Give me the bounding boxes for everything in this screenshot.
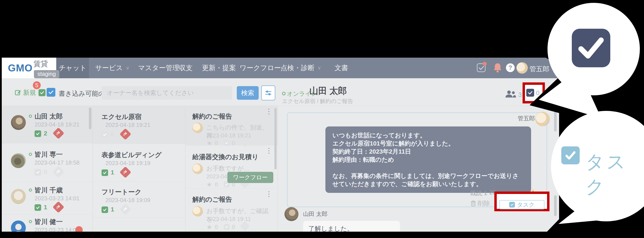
forward-icon bbox=[52, 166, 64, 178]
sender-name: 管五郎 bbox=[518, 115, 535, 122]
conversation-title: 山田 太郎 bbox=[310, 85, 347, 97]
member-count: 3 bbox=[518, 91, 522, 98]
scrollbar-thumb[interactable] bbox=[554, 111, 557, 131]
scrollbar-thumb[interactable] bbox=[89, 107, 92, 129]
task-check-icon bbox=[34, 169, 41, 175]
forward-icon bbox=[120, 166, 131, 178]
topic-menu-icon[interactable]: ⋮ bbox=[266, 149, 272, 153]
task-check-icon bbox=[102, 131, 108, 138]
online-dot bbox=[29, 115, 32, 118]
staging-badge: staging bbox=[34, 70, 59, 78]
scrollbar-thumb[interactable] bbox=[554, 195, 557, 216]
topic-menu-icon[interactable]: ⋮ bbox=[266, 109, 272, 114]
list-item-owner[interactable]: 山田 太郎 2023-04-18 19:21 2 bbox=[2, 106, 92, 143]
callout-task-label: タスク bbox=[586, 149, 644, 199]
read-receipt: 既読 1 bbox=[470, 189, 487, 197]
help-icon[interactable]: ? bbox=[506, 63, 515, 72]
members-icon[interactable] bbox=[505, 90, 516, 98]
unread-badge bbox=[75, 226, 83, 232]
tab-inspection[interactable]: 点検・診断∨ bbox=[280, 58, 321, 78]
avatar bbox=[11, 220, 26, 232]
writable-only-checkbox[interactable] bbox=[46, 88, 55, 97]
star-icon: ★ bbox=[206, 181, 212, 188]
scrollbar-thumb[interactable] bbox=[274, 108, 276, 169]
list-item-owner[interactable]: 皆川 千歳 2023-03-23 14:01 1 bbox=[2, 181, 92, 214]
online-status-dot bbox=[282, 92, 286, 95]
task-count-badge: 5 bbox=[33, 81, 41, 89]
list-item-room[interactable]: フリートーク 2023-04-18 19:09 1 bbox=[93, 181, 185, 218]
task-check-icon bbox=[102, 206, 108, 213]
list-item-room[interactable]: 表参道ビルディング 2023-04-18 19:19 1 bbox=[93, 144, 185, 181]
search-button[interactable]: 検索 bbox=[237, 86, 259, 100]
owner-search-input[interactable] bbox=[102, 86, 232, 100]
list-item-topic[interactable]: 給湯器交換のお見積り お手数ですが… 2023-04-18 19:20 ★ 0 … bbox=[185, 145, 278, 188]
online-dot bbox=[29, 220, 32, 223]
column-divider bbox=[278, 106, 278, 232]
tab-balance[interactable]: 収支 bbox=[179, 58, 192, 78]
task-check-icon bbox=[224, 224, 230, 230]
callout-task-checkbox-icon bbox=[572, 29, 610, 67]
online-dot bbox=[29, 188, 32, 191]
chevron-down-icon: ∨ bbox=[318, 65, 321, 71]
task-toggle-icon[interactable] bbox=[526, 89, 534, 97]
tab-chat[interactable]: チャット bbox=[56, 58, 89, 78]
workflow-badge: ワークフロー bbox=[227, 172, 273, 183]
chevron-down-icon: ∨ bbox=[126, 65, 129, 71]
compose-icon bbox=[15, 90, 21, 96]
gmo-logo: GMO bbox=[8, 62, 32, 74]
tab-document[interactable]: 文書 bbox=[334, 58, 348, 78]
reply-avatar bbox=[284, 207, 298, 221]
sender-avatar bbox=[535, 112, 550, 126]
list-item-room[interactable]: エクセル原宿 2023-04-18 19:21 0 bbox=[93, 106, 185, 144]
avatar bbox=[192, 206, 203, 216]
star-icon: ★ bbox=[206, 223, 212, 231]
topic-menu-icon[interactable]: ⋮ bbox=[266, 192, 272, 196]
tab-workflow[interactable]: ワークフロー bbox=[240, 58, 281, 78]
avatar bbox=[11, 153, 26, 168]
task-check-icon bbox=[34, 204, 41, 211]
avatar bbox=[192, 163, 203, 174]
task-check-icon bbox=[38, 89, 46, 96]
tab-renewal[interactable]: 更新・提案 bbox=[202, 58, 236, 78]
task-list-icon[interactable] bbox=[477, 63, 486, 72]
task-check-icon bbox=[509, 202, 515, 207]
avatar bbox=[11, 115, 26, 130]
list-item-topic[interactable]: 解約のご報告 こちらの件で、別途、再… 2023-04-18 19:21 ★ 0… bbox=[185, 106, 278, 145]
notification-dot bbox=[483, 62, 487, 66]
list-item-topic[interactable]: 解約のご報告 お手数ですが、ご確認を… 2023-04-18 19:11 ★ 0… bbox=[185, 188, 278, 230]
callout-task-button-icon bbox=[561, 146, 580, 164]
reply-bubble: 了解しました。 bbox=[303, 221, 400, 232]
contact-card-icon[interactable] bbox=[547, 89, 557, 100]
user-avatar[interactable] bbox=[516, 62, 528, 74]
trash-icon bbox=[471, 200, 476, 206]
delete-button[interactable]: 削除 bbox=[471, 199, 490, 207]
breadcrumb: エクセル原宿 / 解約のご報告 bbox=[282, 98, 353, 105]
bell-icon[interactable] bbox=[493, 63, 502, 74]
tab-master[interactable]: マスター管理 bbox=[138, 58, 179, 78]
tab-service[interactable]: サービス∨ bbox=[95, 58, 129, 78]
highlight-box-task-button: タスク bbox=[494, 191, 550, 211]
screenshot-canvas: GMO 賃貸DX チャット サービス∨ マスター管理 収支 更新・提案 ワークフ… bbox=[0, 0, 644, 238]
task-check-icon bbox=[102, 169, 108, 176]
reply-sender-name: 山田 太郎 bbox=[303, 210, 327, 218]
app-window: GMO 賃貸DX チャット サービス∨ マスター管理 収支 更新・提案 ワークフ… bbox=[2, 58, 594, 232]
top-nav: GMO 賃貸DX チャット サービス∨ マスター管理 収支 更新・提案 ワークフ… bbox=[2, 58, 594, 78]
forward-icon bbox=[52, 201, 64, 213]
forward-icon bbox=[52, 127, 64, 139]
avatar bbox=[192, 123, 203, 133]
user-name: 管五郎 bbox=[530, 65, 549, 74]
forward-icon bbox=[120, 128, 131, 140]
highlight-box-task-toggle: 0 bbox=[522, 82, 545, 103]
list-item-owner[interactable]: 皆川 専一 2023-04-17 18:58 0 bbox=[2, 143, 92, 181]
task-check-icon bbox=[34, 130, 41, 137]
new-chat-button[interactable]: 新規 bbox=[15, 88, 46, 97]
header-task-count: 0 bbox=[536, 89, 540, 97]
task-button[interactable]: タスク bbox=[499, 200, 544, 209]
list-item-owner[interactable]: 皆川 健一 2023-03-23 14:01 bbox=[2, 214, 92, 232]
message-bubble: いつもお世話になっております。 エクセル原宿101号室に解約が入りました。 契約… bbox=[326, 126, 531, 193]
forward-icon bbox=[120, 203, 131, 215]
sliders-icon bbox=[264, 89, 272, 97]
online-dot bbox=[29, 153, 32, 156]
filter-button[interactable] bbox=[261, 86, 275, 100]
avatar bbox=[11, 189, 26, 204]
